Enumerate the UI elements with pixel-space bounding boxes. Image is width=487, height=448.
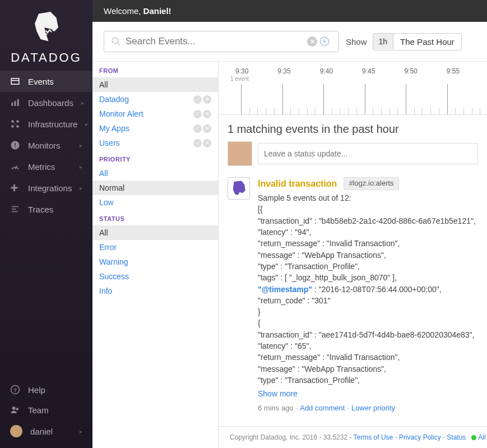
filter-item-label: Error — [99, 243, 117, 252]
x-icon[interactable]: ✕ — [203, 110, 211, 118]
filter-item-priority-all[interactable]: All — [92, 166, 218, 181]
timerange-text: The Past Hour — [393, 34, 461, 50]
add-comment-link[interactable]: Add comment — [300, 404, 345, 412]
status-update-row — [219, 141, 487, 173]
filter-item-from-users[interactable]: Users✓✕ — [92, 136, 218, 150]
event-json-line: "transaction_id" : "aee1741d-5d7f-4d4b-b… — [258, 329, 478, 340]
nav-label: daniel — [30, 427, 53, 436]
filter-item-label: All — [99, 228, 108, 237]
event-json-line: [{ — [258, 204, 478, 215]
chevron-right-icon: ▸ — [80, 142, 82, 149]
event-card: Invalid transaction #logz.io:alerts Samp… — [219, 173, 487, 418]
search-input[interactable] — [126, 36, 307, 47]
svg-text:?: ? — [13, 387, 17, 393]
main-content: Welcome, Daniel! ✕ Show 1h The Past Hour — [92, 0, 487, 448]
filter-item-label: All — [99, 169, 108, 178]
footer-terms-link[interactable]: Terms of Use — [354, 433, 393, 441]
filter-item-status-error[interactable]: Error — [92, 240, 218, 255]
welcome-prefix: Welcome, — [104, 6, 143, 16]
nav-team[interactable]: Team — [0, 400, 92, 420]
filter-item-label: Datadog — [99, 95, 129, 104]
check-icon[interactable]: ✓ — [193, 124, 202, 133]
nav-infrastructure[interactable]: Infrastructure ▸ — [0, 113, 92, 135]
filter-heading-priority: PRIORITY — [92, 150, 218, 166]
event-tag[interactable]: #logz.io:alerts — [344, 177, 398, 190]
search-icon — [111, 36, 121, 47]
svg-rect-3 — [15, 101, 16, 106]
event-json-line: "return_message" : "Invalid Transaction"… — [258, 238, 478, 249]
events-area: 9:309:359:409:459:509:55 1 event 1 match… — [219, 62, 487, 448]
filter-item-priority-normal[interactable]: Normal — [92, 181, 218, 195]
filter-item-from-monitor-alert[interactable]: Monitor Alert✓✕ — [92, 107, 218, 121]
event-source-icon — [228, 177, 250, 200]
filter-item-status-success[interactable]: Success — [92, 269, 218, 284]
filter-item-status-all[interactable]: All — [92, 225, 218, 240]
event-json-line: "type" : "Transaction_Profile", — [258, 261, 478, 272]
nav-metrics[interactable]: Metrics ▸ — [0, 156, 92, 177]
event-title[interactable]: Invalid transaction — [258, 177, 337, 190]
footer-privacy-link[interactable]: Privacy Policy — [399, 433, 441, 441]
event-json-line: "type" : "Transaction_Profile", — [258, 375, 478, 386]
svg-point-20 — [112, 38, 118, 44]
svg-point-19 — [16, 408, 19, 410]
timeline[interactable]: 9:309:359:409:459:509:55 1 event — [219, 62, 487, 115]
event-json-line: { — [258, 317, 478, 329]
team-icon — [10, 405, 20, 415]
event-json-line: "transaction_id" : "b4b58eb2-2a1c-420d-8… — [258, 215, 478, 227]
chevron-right-icon: ▸ — [80, 428, 82, 435]
event-json-line: "@timestamp" : "2016-12-08T07:56:44.000+… — [258, 284, 478, 295]
main-nav: Events Dashboards ▸ Infrastructure ▸ ! M… — [0, 71, 92, 380]
check-icon[interactable]: ✓ — [193, 110, 202, 118]
filter-item-from-datadog[interactable]: Datadog✓✕ — [92, 92, 218, 107]
filter-item-from-all[interactable]: All — [92, 77, 218, 92]
filter-item-label: Low — [99, 198, 114, 207]
check-icon[interactable]: ✓ — [193, 139, 202, 147]
event-json-line: "return_message" : "Invalid Transaction"… — [258, 352, 478, 363]
chevron-right-icon: ▸ — [81, 100, 84, 106]
svg-point-18 — [12, 407, 16, 410]
filter-item-label: Monitor Alert — [99, 109, 143, 118]
svg-rect-2 — [11, 103, 13, 106]
sidebar: DATADOG Events Dashboards ▸ Infrastructu… — [0, 0, 92, 448]
svg-rect-4 — [17, 99, 19, 106]
nav-label: Dashboards — [28, 98, 73, 108]
status-input[interactable] — [258, 143, 478, 164]
footer-status-link[interactable]: Status — [447, 433, 466, 441]
nav-monitors[interactable]: ! Monitors ▸ — [0, 135, 92, 156]
show-more-link[interactable]: Show more — [258, 388, 298, 399]
nav-label: Help — [28, 385, 45, 395]
clear-search-button[interactable]: ✕ — [307, 36, 317, 47]
check-icon[interactable]: ✓ — [193, 95, 202, 104]
nav-label: Infrastructure — [28, 119, 77, 129]
lower-priority-link[interactable]: Lower priority — [351, 404, 395, 412]
search-row: ✕ Show 1h The Past Hour — [92, 22, 487, 62]
filter-item-status-warning[interactable]: Warning — [92, 255, 218, 269]
nav-label: Monitors — [28, 141, 61, 150]
nav-integrations[interactable]: Integrations ▸ — [0, 177, 92, 198]
save-search-button[interactable] — [322, 36, 332, 47]
nav-events[interactable]: Events — [0, 71, 92, 92]
event-json-line: "message" : "WebApp Transactions", — [258, 363, 478, 375]
nav-traces[interactable]: Traces — [0, 198, 92, 220]
footer-allsys-link[interactable]: All Sys — [478, 433, 487, 441]
datadog-logo-icon — [27, 8, 66, 47]
x-icon[interactable]: ✕ — [203, 95, 211, 104]
nav-help[interactable]: ? Help — [0, 380, 92, 400]
timeline-tick-label: 9:40 — [320, 67, 333, 75]
search-field-wrap[interactable]: ✕ — [104, 31, 339, 52]
x-icon[interactable]: ✕ — [203, 124, 211, 133]
event-meta: 6 mins ago·Add comment·Lower priority — [258, 403, 478, 414]
nav-label: Integrations — [28, 183, 72, 193]
nav-user[interactable]: daniel ▸ — [0, 420, 92, 442]
filter-item-status-info[interactable]: Info — [92, 284, 218, 298]
timerange-selector[interactable]: 1h The Past Hour — [373, 33, 462, 50]
filter-item-priority-low[interactable]: Low — [92, 195, 218, 210]
logo-area: DATADOG — [0, 0, 92, 71]
x-icon[interactable]: ✕ — [203, 139, 211, 147]
monitors-icon: ! — [10, 140, 20, 150]
event-body: Invalid transaction #logz.io:alerts Samp… — [258, 177, 478, 413]
filter-item-from-my-apps[interactable]: My Apps✓✕ — [92, 121, 218, 136]
user-avatar — [228, 141, 252, 166]
timeline-tick-label: 9:45 — [362, 67, 375, 75]
nav-dashboards[interactable]: Dashboards ▸ — [0, 92, 92, 113]
